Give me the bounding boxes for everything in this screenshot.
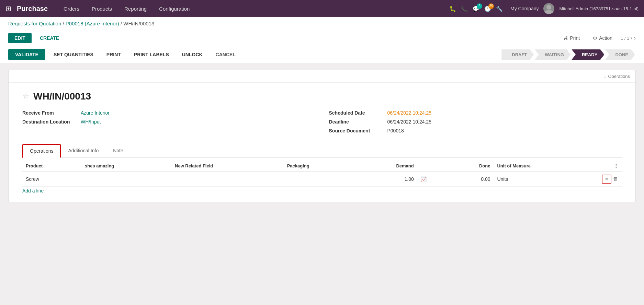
prev-page-button[interactable]: ‹ [631,35,632,41]
col-unit-of-measure: Unit of Measure [494,161,594,172]
user-name: Mitchell Admin (16789751-saas-15-1-al) [559,6,639,11]
deadline-value: 06/24/2022 10:24:25 [387,119,431,125]
col-demand: Demand [356,161,417,172]
nav-orders[interactable]: Orders [59,6,84,12]
destination-location-value[interactable]: WH/Input [81,119,101,125]
scheduled-date-label: Scheduled Date [329,110,384,116]
col-done: Done [449,161,494,172]
table-row: Screw 1.00 📈 0.00 Units ≡ 🗑 [22,172,622,187]
status-done: DONE [605,49,635,60]
receive-from-value[interactable]: Azure Interior [81,110,110,116]
create-button[interactable]: CREATE [35,33,64,43]
cell-forecast: 📈 [417,172,449,187]
unlock-button[interactable]: UNLOCK [177,49,207,60]
bug-icon[interactable]: 🐛 [449,5,456,12]
col-product: Product [22,161,81,172]
print-labels-button[interactable]: PRINT LABELS [129,49,174,60]
document-title: WH/IN/00013 [33,91,91,102]
operations-column-label: Operations [608,74,630,79]
destination-location-label: Destination Location [22,119,77,125]
content-card: ↕ Operations ☆ WH/IN/00013 Receive From … [8,70,636,202]
company-name: My Company [510,6,539,11]
tab-additional-info[interactable]: Additional Info [61,144,106,158]
top-navigation: ⊞ Purchase Orders Products Reporting Con… [0,0,644,17]
nav-configuration[interactable]: Configuration [154,6,194,12]
apps-grid-icon[interactable]: ⊞ [5,4,11,13]
avatar[interactable] [543,3,554,14]
tabs: Operations Additional Info Note [22,144,622,158]
print-button-action[interactable]: PRINT [102,49,126,60]
chat-icon[interactable]: 💬 6 [473,5,479,12]
status-waiting: WAITING [534,49,571,60]
app-title: Purchase [17,5,48,13]
set-quantities-button[interactable]: SET QUANTITIES [49,49,98,60]
breadcrumb-rfq[interactable]: Requests for Quotation [8,21,61,26]
cell-row-actions: ≡ 🗑 [594,172,622,187]
gear-icon: ⚙ [593,35,597,41]
document-header: ☆ WH/IN/00013 Receive From Azure Interio… [9,83,635,144]
delete-button[interactable]: 🗑 [613,176,618,182]
clock-badge: 35 [488,3,494,9]
sort-icon: ↕ [604,74,606,79]
wrench-icon[interactable]: 🔧 [496,5,503,12]
print-button[interactable]: 🖨 Print [558,33,585,43]
main-content: ↕ Operations ☆ WH/IN/00013 Receive From … [0,63,644,300]
validate-button[interactable]: VALIDATE [8,49,45,60]
operations-table: Product shes amazing New Related Field P… [22,161,622,187]
svg-point-1 [545,10,553,14]
print-icon: 🖨 [563,35,568,41]
forecast-chart-icon[interactable]: 📈 [421,176,427,182]
star-icon[interactable]: ☆ [22,92,29,101]
cell-packaging [284,172,357,187]
col-new-related-field: New Related Field [171,161,284,172]
clock-icon[interactable]: 🕐 35 [484,5,491,12]
tab-note[interactable]: Note [106,144,131,158]
cell-new-related-field [171,172,284,187]
table-header: Product shes amazing New Related Field P… [22,161,622,172]
nav-reporting[interactable]: Reporting [120,6,151,12]
toolbar: EDIT CREATE 🖨 Print ⚙ Action 1 / 1 ‹ › [0,30,644,46]
table-body: Screw 1.00 📈 0.00 Units ≡ 🗑 [22,172,622,187]
cell-product: Screw [22,172,81,187]
cancel-button[interactable]: CANCEL [211,49,240,60]
action-label: Action [599,35,612,41]
col-forecast [417,161,449,172]
scheduled-date-value: 06/24/2022 10:24:25 [387,110,431,116]
action-bar: VALIDATE SET QUANTITIES PRINT PRINT LABE… [0,46,644,63]
chat-badge: 6 [477,3,482,9]
status-pipeline: DRAFT WAITING READY DONE [501,49,636,60]
breadcrumb: Requests for Quotation / P00018 (Azure I… [0,17,644,30]
status-draft: DRAFT [501,49,534,60]
breadcrumb-po[interactable]: P00018 (Azure Interior) [66,21,119,26]
operations-column-header: ↕ Operations [9,70,635,83]
nav-products[interactable]: Products [87,6,117,12]
operations-table-container: Product shes amazing New Related Field P… [9,161,635,202]
deadline-label: Deadline [329,119,384,125]
tabs-container: Operations Additional Info Note [9,144,635,158]
cell-done: 0.00 [449,172,494,187]
print-label: Print [570,35,580,41]
next-page-button[interactable]: › [634,35,636,41]
action-button[interactable]: ⚙ Action [588,33,617,43]
column-options-icon[interactable]: ⋮ [614,163,618,168]
source-document-label: Source Document [329,128,384,133]
svg-point-0 [546,5,551,10]
col-packaging: Packaging [284,161,357,172]
status-ready: READY [572,49,605,60]
add-line-link[interactable]: Add a line [22,187,44,195]
source-document-value: P00018 [387,128,404,133]
col-shes-amazing: shes amazing [81,161,171,172]
pagination: 1 / 1 ‹ › [621,35,636,41]
cell-shes-amazing [81,172,171,187]
phone-icon[interactable]: 📞 [461,5,468,12]
receive-from-label: Receive From [22,110,77,116]
cell-unit-of-measure: Units [494,172,594,187]
pagination-text: 1 / 1 [621,36,629,41]
detail-button[interactable]: ≡ [602,175,611,184]
edit-button[interactable]: EDIT [8,33,32,43]
cell-demand: 1.00 [356,172,417,187]
breadcrumb-current: WH/IN/00013 [123,21,154,26]
col-more-header: ⋮ [594,161,622,172]
tab-operations[interactable]: Operations [22,144,61,158]
